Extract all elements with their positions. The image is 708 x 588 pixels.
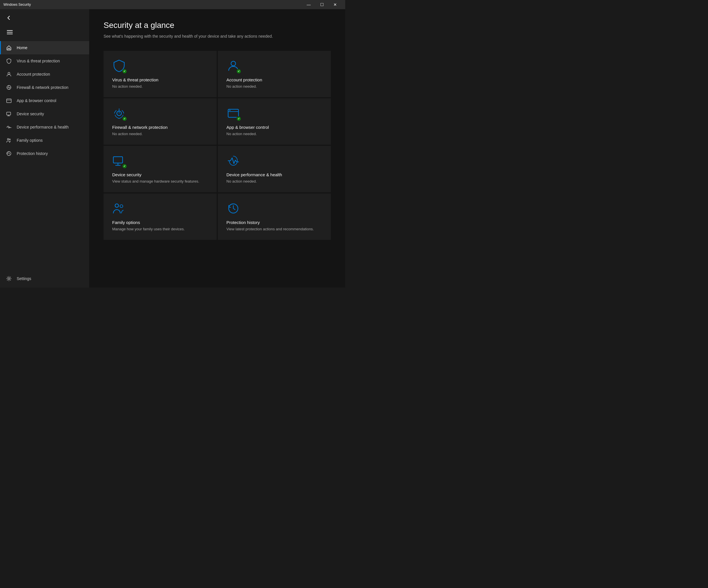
card-history-desc: View latest protection actions and recom… — [227, 226, 322, 232]
svg-point-11 — [229, 110, 231, 111]
cards-grid: Virus & threat protection No action need… — [104, 51, 331, 240]
card-firewall-title: Firewall & network protection — [112, 125, 208, 130]
card-appbrowser-desc: No action needed. — [227, 131, 322, 136]
card-firewall-desc: No action needed. — [112, 131, 208, 136]
back-button[interactable] — [5, 14, 13, 23]
hamburger-icon — [7, 30, 13, 34]
sidebar-item-family-label: Family options — [17, 138, 42, 143]
sidebar-item-home-label: Home — [17, 45, 27, 50]
sidebar-item-history[interactable]: Protection history — [0, 147, 89, 160]
history-icon — [6, 150, 12, 157]
app-body: Home Virus & threat protection — [0, 9, 345, 287]
app-title: Windows Security — [3, 3, 302, 7]
svg-rect-3 — [7, 112, 11, 115]
account-icon — [6, 71, 12, 78]
card-account[interactable]: Account protection No action needed. — [218, 51, 331, 97]
family-icon — [6, 137, 12, 144]
appbrowser-check-badge — [236, 116, 241, 121]
svg-point-7 — [8, 278, 10, 279]
settings-item[interactable]: Settings — [0, 272, 89, 285]
sidebar-item-devicehealth-label: Device performance & health — [17, 125, 69, 129]
sidebar-item-devicesecurity[interactable]: Device security — [0, 107, 89, 121]
card-devicesecurity-title: Device security — [112, 172, 208, 177]
card-account-title: Account protection — [227, 78, 322, 82]
protection-history-icon — [227, 202, 240, 215]
firewall-check-badge — [122, 116, 127, 121]
card-devicesecurity-icon-wrap — [112, 154, 126, 167]
card-account-icon-wrap — [227, 59, 240, 73]
sidebar-item-devicehealth[interactable]: Device performance & health — [0, 121, 89, 134]
sidebar-item-devicesecurity-label: Device security — [17, 112, 44, 116]
page-title: Security at a glance — [104, 21, 331, 30]
card-appbrowser[interactable]: App & browser control No action needed. — [218, 98, 331, 145]
sidebar-item-appbrowser-label: App & browser control — [17, 98, 56, 103]
card-devicesecurity[interactable]: Device security View status and manage h… — [104, 146, 217, 192]
settings-icon — [6, 275, 12, 282]
card-family[interactable]: Family options Manage how your family us… — [104, 193, 217, 240]
nav-menu: Home Virus & threat protection — [0, 41, 89, 272]
card-appbrowser-icon-wrap — [227, 106, 240, 120]
home-icon — [6, 44, 12, 51]
card-history[interactable]: Protection history View latest protectio… — [218, 193, 331, 240]
hamburger-button[interactable] — [6, 29, 14, 35]
svg-rect-12 — [113, 157, 123, 163]
sidebar-item-family[interactable]: Family options — [0, 134, 89, 147]
virus-check-badge — [122, 69, 127, 74]
main-content: Security at a glance See what's happenin… — [89, 9, 345, 287]
shield-icon — [6, 58, 12, 64]
card-account-desc: No action needed. — [227, 84, 322, 89]
sidebar-top — [0, 11, 89, 26]
sidebar-item-virus-label: Virus & threat protection — [17, 59, 60, 63]
sidebar-item-account[interactable]: Account protection — [0, 68, 89, 81]
svg-point-13 — [115, 204, 119, 207]
devicesecurity-check-badge — [122, 164, 127, 169]
card-appbrowser-title: App & browser control — [227, 125, 322, 130]
family-options-icon — [112, 202, 126, 215]
card-devicesecurity-desc: View status and manage hardware security… — [112, 179, 208, 184]
page-subtitle: See what's happening with the security a… — [104, 33, 331, 39]
close-button[interactable]: ✕ — [328, 0, 342, 9]
card-family-icon-wrap — [112, 202, 126, 215]
sidebar-item-appbrowser[interactable]: App & browser control — [0, 94, 89, 107]
devicehealth-icon — [6, 124, 12, 130]
devicesecurity-icon — [6, 111, 12, 117]
settings-label: Settings — [17, 276, 31, 281]
card-firewall[interactable]: Firewall & network protection No action … — [104, 98, 217, 145]
appbrowser-icon — [6, 97, 12, 104]
svg-point-0 — [8, 72, 10, 74]
sidebar-item-home[interactable]: Home — [0, 41, 89, 54]
sidebar-item-account-label: Account protection — [17, 72, 50, 76]
sidebar-item-firewall[interactable]: Firewall & network protection — [0, 81, 89, 94]
card-virus[interactable]: Virus & threat protection No action need… — [104, 51, 217, 97]
svg-point-4 — [7, 138, 9, 140]
device-health-icon — [227, 154, 240, 167]
card-family-title: Family options — [112, 220, 208, 225]
card-devicehealth[interactable]: Device performance & health No action ne… — [218, 146, 331, 192]
hamburger-area — [0, 26, 89, 39]
minimize-button[interactable]: — — [302, 0, 315, 9]
svg-point-14 — [120, 205, 123, 208]
card-firewall-icon-wrap — [112, 106, 126, 120]
title-bar: Windows Security — ☐ ✕ — [0, 0, 345, 9]
sidebar-item-firewall-label: Firewall & network protection — [17, 85, 68, 90]
sidebar-item-virus[interactable]: Virus & threat protection — [0, 54, 89, 68]
sidebar: Home Virus & threat protection — [0, 9, 89, 287]
window-controls: — ☐ ✕ — [302, 0, 342, 9]
svg-point-5 — [9, 139, 10, 140]
maximize-button[interactable]: ☐ — [315, 0, 328, 9]
card-devicehealth-desc: No action needed. — [227, 179, 322, 184]
card-devicehealth-icon-wrap — [227, 154, 240, 167]
firewall-icon — [6, 84, 12, 91]
card-virus-desc: No action needed. — [112, 84, 208, 89]
back-icon — [6, 15, 11, 21]
card-virus-icon-wrap — [112, 59, 126, 73]
card-family-desc: Manage how your family uses their device… — [112, 226, 208, 232]
sidebar-item-history-label: Protection history — [17, 151, 48, 156]
account-check-badge — [236, 69, 241, 74]
svg-rect-2 — [7, 99, 11, 103]
card-virus-title: Virus & threat protection — [112, 78, 208, 82]
svg-point-8 — [231, 61, 236, 66]
card-devicehealth-title: Device performance & health — [227, 172, 322, 177]
card-history-icon-wrap — [227, 202, 240, 215]
card-history-title: Protection history — [227, 220, 322, 225]
